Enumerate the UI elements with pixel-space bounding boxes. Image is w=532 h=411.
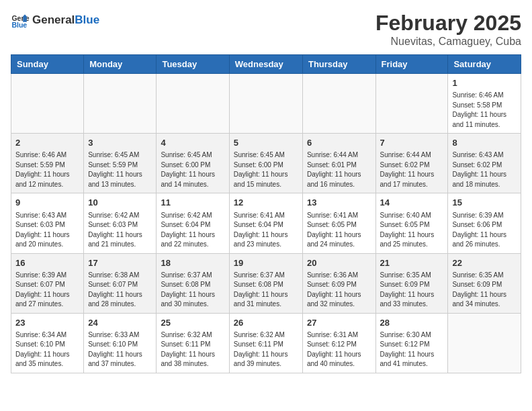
day-number: 13 [307,197,371,209]
day-cell: 8Sunrise: 6:43 AM Sunset: 6:02 PM Daylig… [448,134,521,193]
week-row-5: 23Sunrise: 6:34 AM Sunset: 6:10 PM Dayli… [11,313,521,373]
day-info: Sunrise: 6:31 AM Sunset: 6:12 PM Dayligh… [307,330,371,369]
day-number: 24 [88,317,152,329]
day-info: Sunrise: 6:36 AM Sunset: 6:09 PM Dayligh… [307,271,371,310]
day-cell: 12Sunrise: 6:41 AM Sunset: 6:04 PM Dayli… [229,193,302,253]
col-header-thursday: Thursday [302,55,375,74]
day-number: 26 [234,317,298,329]
day-cell: 19Sunrise: 6:37 AM Sunset: 6:08 PM Dayli… [229,253,302,313]
day-info: Sunrise: 6:35 AM Sunset: 6:09 PM Dayligh… [452,271,517,310]
day-cell: 5Sunrise: 6:45 AM Sunset: 6:00 PM Daylig… [229,134,302,193]
day-number: 14 [380,197,444,209]
day-cell: 6Sunrise: 6:44 AM Sunset: 6:01 PM Daylig… [302,134,375,193]
day-number: 1 [452,77,517,89]
day-cell: 10Sunrise: 6:42 AM Sunset: 6:03 PM Dayli… [84,193,157,253]
day-cell: 25Sunrise: 6:32 AM Sunset: 6:11 PM Dayli… [157,313,229,373]
day-cell: 2Sunrise: 6:46 AM Sunset: 5:59 PM Daylig… [11,134,84,193]
day-info: Sunrise: 6:39 AM Sunset: 6:06 PM Dayligh… [452,211,517,250]
logo-general-text: General [32,13,75,27]
day-cell [302,74,375,134]
day-info: Sunrise: 6:41 AM Sunset: 6:04 PM Dayligh… [234,211,298,250]
day-info: Sunrise: 6:46 AM Sunset: 5:59 PM Dayligh… [15,150,79,189]
day-number: 10 [88,197,152,209]
day-number: 15 [452,197,517,209]
day-info: Sunrise: 6:42 AM Sunset: 6:03 PM Dayligh… [88,211,152,250]
day-info: Sunrise: 6:33 AM Sunset: 6:10 PM Dayligh… [88,330,152,369]
day-cell: 7Sunrise: 6:44 AM Sunset: 6:02 PM Daylig… [375,134,448,193]
day-info: Sunrise: 6:37 AM Sunset: 6:08 PM Dayligh… [234,271,298,310]
logo: General Blue GeneralBlue [11,11,99,30]
day-number: 22 [452,257,517,269]
day-cell: 17Sunrise: 6:38 AM Sunset: 6:07 PM Dayli… [84,253,157,313]
col-header-friday: Friday [375,55,448,74]
day-info: Sunrise: 6:32 AM Sunset: 6:11 PM Dayligh… [161,330,224,369]
day-info: Sunrise: 6:37 AM Sunset: 6:08 PM Dayligh… [161,271,224,310]
col-header-monday: Monday [84,55,157,74]
day-info: Sunrise: 6:39 AM Sunset: 6:07 PM Dayligh… [15,271,79,310]
day-cell [375,74,448,134]
day-number: 3 [88,137,152,149]
day-number: 17 [88,257,152,269]
day-cell: 15Sunrise: 6:39 AM Sunset: 6:06 PM Dayli… [448,193,521,253]
day-cell [84,74,157,134]
week-row-2: 2Sunrise: 6:46 AM Sunset: 5:59 PM Daylig… [11,134,521,193]
day-number: 16 [15,257,79,269]
day-number: 9 [15,197,79,209]
day-info: Sunrise: 6:30 AM Sunset: 6:12 PM Dayligh… [380,330,444,369]
day-cell: 4Sunrise: 6:45 AM Sunset: 6:00 PM Daylig… [157,134,229,193]
day-cell: 21Sunrise: 6:35 AM Sunset: 6:09 PM Dayli… [375,253,448,313]
calendar-header: SundayMondayTuesdayWednesdayThursdayFrid… [11,55,521,74]
day-info: Sunrise: 6:42 AM Sunset: 6:04 PM Dayligh… [161,211,224,250]
day-number: 19 [234,257,298,269]
day-info: Sunrise: 6:44 AM Sunset: 6:02 PM Dayligh… [380,150,444,189]
day-info: Sunrise: 6:43 AM Sunset: 6:02 PM Dayligh… [452,150,517,189]
day-cell: 16Sunrise: 6:39 AM Sunset: 6:07 PM Dayli… [11,253,84,313]
calendar-table: SundayMondayTuesdayWednesdayThursdayFrid… [11,54,521,373]
day-cell [229,74,302,134]
day-number: 21 [380,257,444,269]
day-info: Sunrise: 6:38 AM Sunset: 6:07 PM Dayligh… [88,271,152,310]
day-cell: 20Sunrise: 6:36 AM Sunset: 6:09 PM Dayli… [302,253,375,313]
location-title: Nuevitas, Camaguey, Cuba [375,36,521,48]
day-cell: 9Sunrise: 6:43 AM Sunset: 6:03 PM Daylig… [11,193,84,253]
svg-text:Blue: Blue [11,21,27,29]
title-block: February 2025 Nuevitas, Camaguey, Cuba [375,11,521,48]
month-title: February 2025 [375,11,521,36]
day-number: 23 [15,317,79,329]
day-number: 20 [307,257,371,269]
day-number: 28 [380,317,444,329]
day-number: 11 [161,197,224,209]
day-cell: 23Sunrise: 6:34 AM Sunset: 6:10 PM Dayli… [11,313,84,373]
day-cell [157,74,229,134]
day-cell: 14Sunrise: 6:40 AM Sunset: 6:05 PM Dayli… [375,193,448,253]
day-cell: 27Sunrise: 6:31 AM Sunset: 6:12 PM Dayli… [302,313,375,373]
day-info: Sunrise: 6:34 AM Sunset: 6:10 PM Dayligh… [15,330,79,369]
day-number: 2 [15,137,79,149]
day-cell: 18Sunrise: 6:37 AM Sunset: 6:08 PM Dayli… [157,253,229,313]
day-number: 27 [307,317,371,329]
day-cell: 1Sunrise: 6:46 AM Sunset: 5:58 PM Daylig… [448,74,521,134]
day-info: Sunrise: 6:45 AM Sunset: 6:00 PM Dayligh… [161,150,224,189]
day-number: 18 [161,257,224,269]
week-row-3: 9Sunrise: 6:43 AM Sunset: 6:03 PM Daylig… [11,193,521,253]
day-cell: 28Sunrise: 6:30 AM Sunset: 6:12 PM Dayli… [375,313,448,373]
day-info: Sunrise: 6:46 AM Sunset: 5:58 PM Dayligh… [452,91,517,130]
header-row: SundayMondayTuesdayWednesdayThursdayFrid… [11,55,521,74]
col-header-wednesday: Wednesday [229,55,302,74]
day-info: Sunrise: 6:43 AM Sunset: 6:03 PM Dayligh… [15,211,79,250]
day-cell: 24Sunrise: 6:33 AM Sunset: 6:10 PM Dayli… [84,313,157,373]
week-row-4: 16Sunrise: 6:39 AM Sunset: 6:07 PM Dayli… [11,253,521,313]
day-number: 5 [234,137,298,149]
col-header-tuesday: Tuesday [157,55,229,74]
calendar-body: 1Sunrise: 6:46 AM Sunset: 5:58 PM Daylig… [11,74,521,373]
day-info: Sunrise: 6:44 AM Sunset: 6:01 PM Dayligh… [307,150,371,189]
day-cell: 26Sunrise: 6:32 AM Sunset: 6:11 PM Dayli… [229,313,302,373]
col-header-sunday: Sunday [11,55,84,74]
day-info: Sunrise: 6:40 AM Sunset: 6:05 PM Dayligh… [380,211,444,250]
day-info: Sunrise: 6:41 AM Sunset: 6:05 PM Dayligh… [307,211,371,250]
day-info: Sunrise: 6:45 AM Sunset: 6:00 PM Dayligh… [234,150,298,189]
day-number: 12 [234,197,298,209]
day-cell: 11Sunrise: 6:42 AM Sunset: 6:04 PM Dayli… [157,193,229,253]
day-cell [448,313,521,373]
day-cell: 13Sunrise: 6:41 AM Sunset: 6:05 PM Dayli… [302,193,375,253]
